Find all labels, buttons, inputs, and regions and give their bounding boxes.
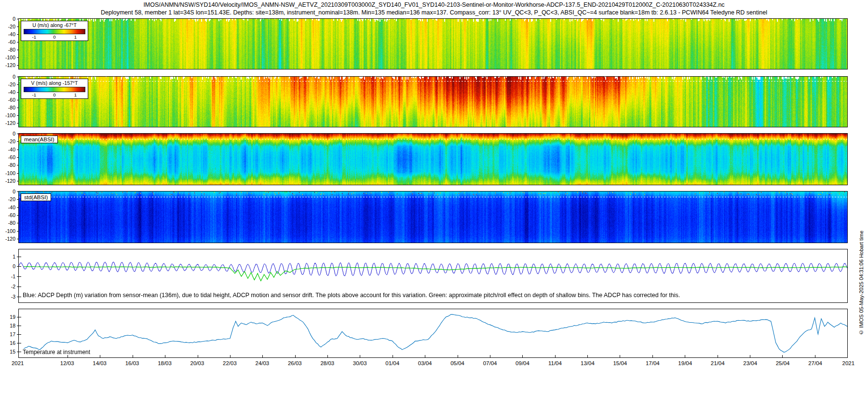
x-tick-label: 01/04 (385, 360, 399, 366)
y-tick-label: 15 (10, 349, 15, 355)
y-tick-label: 19 (10, 314, 15, 320)
x-tick-label: 19/04 (678, 360, 692, 366)
y-tick-label: -80 (8, 220, 15, 226)
y-tick-label: 0 (13, 16, 15, 22)
v-colorbar-gradient (24, 87, 85, 92)
x-tick-label: 23/04 (743, 360, 757, 366)
copyright-watermark: © IMOS 05-May-2025 04:31:06 Hobart time (859, 231, 864, 335)
x-tick-label: 15/04 (613, 360, 627, 366)
x-tick-label: 05/04 (450, 360, 464, 366)
u-colorbar-legend: U (m/s) along -67°T -1 0 1 (21, 21, 88, 41)
y-tick-label: -20 (8, 138, 15, 144)
y-tick-label: -40 (8, 89, 15, 95)
figure-root: IMOS/ANMN/NSW/SYD140/Velocity/IMOS_ANMN-… (0, 0, 868, 410)
u-colorbar-title: U (m/s) along -67°T (24, 22, 85, 28)
x-tick-label: 14/03 (93, 360, 107, 366)
x-axis-year-right: 2021 (842, 360, 854, 366)
y-tick-label: 0 (13, 263, 15, 269)
colorbar-tick-label: 0 (53, 92, 55, 97)
y-tick-label: -40 (8, 31, 15, 37)
y-tick-label: -20 (8, 24, 15, 29)
x-tick-label: 07/04 (483, 360, 497, 366)
y-tick-label: 0 (13, 74, 15, 80)
std-absi-heatmap (19, 191, 847, 243)
y-tick-label: -3 (11, 294, 15, 300)
temperature-label: Temperature at instrument (23, 349, 90, 355)
y-tick-label: -100 (5, 170, 15, 176)
y-tick-label: -120 (5, 178, 15, 184)
y-tick-label: -60 (8, 39, 15, 45)
v-colorbar-legend: V (m/s) along -157°T -1 0 1 (21, 79, 88, 99)
u-colorbar-gradient (24, 29, 85, 34)
mean-absi-heatmap (19, 134, 847, 185)
v-velocity-heatmap (19, 77, 847, 127)
y-tick-label: -1 (11, 273, 15, 279)
y-tick-label: -60 (8, 97, 15, 103)
temperature-line (19, 309, 847, 357)
y-tick-label: -40 (8, 205, 15, 210)
v-colorbar-title: V (m/s) along -157°T (24, 80, 85, 86)
u-colorbar-ticks: -1 0 1 (24, 34, 85, 40)
u-velocity-heatmap (19, 19, 847, 69)
x-axis-year-left: 2021 (12, 360, 24, 366)
x-tick-label: 20/03 (190, 360, 204, 366)
y-tick-label: -100 (5, 228, 15, 234)
colorbar-tick-label: -1 (32, 92, 36, 97)
x-tick-label: 17/04 (646, 360, 660, 366)
x-tick-label: 11/04 (548, 360, 562, 366)
x-tick-label: 16/03 (125, 360, 139, 366)
y-tick-label: -40 (8, 147, 15, 152)
x-tick-label: 25/04 (776, 360, 790, 366)
figure-subtitle: Deployment 58, member 1 lat=34S lon=151.… (0, 9, 868, 16)
y-tick-label: 18 (10, 323, 15, 328)
y-tick-label: -80 (8, 105, 15, 110)
y-tick-label: 16 (10, 340, 15, 346)
y-tick-label: 0 (13, 131, 15, 137)
y-tick-label: -120 (5, 62, 15, 68)
y-tick-label: -60 (8, 154, 15, 160)
x-tick-label: 22/03 (223, 360, 237, 366)
y-tick-label: -120 (5, 120, 15, 126)
y-tick-label: -100 (5, 112, 15, 118)
colorbar-tick-label: -1 (32, 34, 36, 40)
x-tick-label: 27/04 (808, 360, 822, 366)
x-tick-label: 30/03 (353, 360, 367, 366)
depth-variation-caption: Blue: ADCP Depth (m) variation from sens… (23, 292, 680, 299)
x-tick-label: 21/04 (711, 360, 725, 366)
panel-u-velocity: U (m/s) along -67°T -1 0 1 0-20-40-60-80… (18, 18, 848, 69)
y-tick-label: -2 (11, 284, 15, 289)
y-tick-label: -20 (8, 82, 15, 87)
colorbar-tick-label: 1 (74, 34, 77, 40)
mean-absi-label: mean(ABSI) (21, 136, 58, 143)
panel-depth-variation: Blue: ADCP Depth (m) variation from sens… (18, 249, 848, 303)
panel-temperature: Temperature at instrument 1918171615 (18, 309, 848, 358)
x-tick-label: 09/04 (515, 360, 529, 366)
panel-v-velocity: V (m/s) along -157°T -1 0 1 0-20-40-60-8… (18, 76, 848, 127)
x-tick-label: 03/04 (418, 360, 432, 366)
y-tick-label: -120 (5, 236, 15, 242)
x-tick-label: 26/03 (288, 360, 302, 366)
x-tick-label: 13/04 (581, 360, 595, 366)
x-tick-label: 18/03 (158, 360, 172, 366)
colorbar-tick-label: 1 (74, 92, 77, 97)
colorbar-tick-label: 0 (53, 34, 55, 40)
y-tick-label: -80 (8, 47, 15, 53)
panel-mean-absi: mean(ABSI) 0-20-40-60-80-100-120 (18, 133, 848, 185)
y-tick-label: 0 (13, 189, 15, 194)
x-tick-label: 12/03 (60, 360, 74, 366)
y-tick-label: 17 (10, 331, 15, 337)
y-tick-label: -80 (8, 162, 15, 168)
y-tick-label: -100 (5, 55, 15, 60)
y-tick-label: -20 (8, 196, 15, 202)
x-axis: 2021 2021 12/0314/0316/0318/0320/0322/03… (18, 359, 848, 367)
panel-std-absi: std(ABSI) 0-20-40-60-80-100-120 (18, 191, 848, 243)
y-tick-label: -60 (8, 212, 15, 218)
x-tick-label: 28/03 (320, 360, 334, 366)
figure-title: IMOS/ANMN/NSW/SYD140/Velocity/IMOS_ANMN-… (0, 1, 868, 8)
y-tick-label: 1 (13, 254, 15, 260)
std-absi-label: std(ABSI) (21, 193, 51, 201)
v-colorbar-ticks: -1 0 1 (24, 92, 85, 97)
x-tick-label: 24/03 (255, 360, 269, 366)
